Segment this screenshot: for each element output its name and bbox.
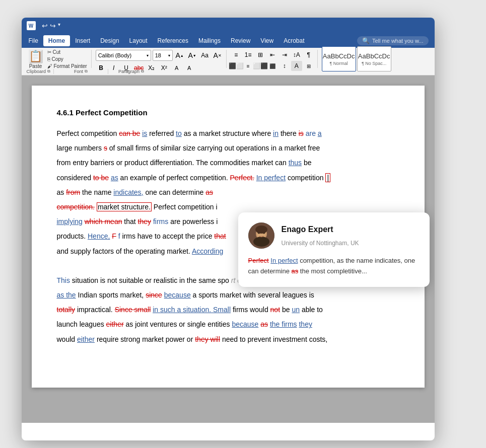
dropdown-arrow-icon: ▾ (147, 53, 149, 58)
redo-button[interactable]: ↪ (50, 22, 56, 30)
font-case-button[interactable]: Aa (199, 50, 211, 60)
multilevel-list-button[interactable]: ⊞ (255, 50, 266, 60)
paragraph-14: would either require strong market power… (57, 333, 399, 346)
menu-review[interactable]: Review (226, 35, 255, 46)
menu-design[interactable]: Design (95, 35, 124, 46)
expert-strikethrough-as: as (292, 267, 299, 275)
text-highlight-button[interactable]: A (171, 63, 182, 73)
style-nospace-preview: AaBbCcDc (358, 52, 390, 60)
title-bar: W ↩ ↪ ▾ (22, 18, 435, 34)
sort-button[interactable]: ↕A (291, 50, 302, 60)
format-painter-icon: 🖌 (47, 63, 52, 69)
copy-icon: ⎘ (47, 56, 50, 62)
svg-point-6 (255, 226, 267, 234)
clipboard-label: Clipboard (27, 69, 46, 74)
paragraph-label-group: Paragraph ⧉ (108, 69, 159, 74)
document-heading: 4.6.1 Perfect Competition (57, 106, 399, 119)
font-name-selector[interactable]: Calibri (Body) ▾ (96, 50, 151, 61)
ribbon: 📋 Paste ✂ Cut ⎘ Copy 🖌 Format Painter (22, 48, 435, 76)
clipboard-group: 📋 Paste ✂ Cut ⎘ Copy 🖌 Format Painter (24, 50, 92, 68)
clipboard-sub-buttons: ✂ Cut ⎘ Copy 🖌 Format Painter (46, 49, 88, 69)
font-size-selector[interactable]: 18 ▾ (153, 50, 173, 61)
undo-redo-group: ↩ ↪ ▾ (42, 22, 60, 30)
numbering-button[interactable]: 1≡ (243, 50, 254, 60)
customize-button[interactable]: ▾ (58, 22, 60, 30)
expert-panel: Enago Expert University of Nottingham, U… (238, 212, 430, 287)
menu-view[interactable]: View (255, 35, 279, 46)
tell-me-box[interactable]: 🔍 Tell me what you w... (357, 36, 429, 45)
undo-button[interactable]: ↩ (42, 22, 48, 30)
paragraph-expand-icon[interactable]: ⧉ (141, 69, 144, 74)
style-normal[interactable]: AaBbCcDc ¶ Normal (322, 46, 356, 71)
font-expand-icon[interactable]: ⧉ (85, 69, 88, 74)
increase-indent-button[interactable]: ⇥ (279, 50, 290, 60)
paste-label: Paste (29, 63, 42, 69)
word-icon: W (27, 21, 36, 30)
style-nospace-label: ¶ No Spac... (362, 61, 386, 66)
expert-text: Perfect In perfect competition, as the n… (248, 256, 420, 277)
paste-button[interactable]: 📋 Paste (27, 48, 45, 70)
paragraph-1: Perfect competition can be is referred t… (57, 127, 399, 140)
paragraph-group: ≡ 1≡ ⊞ ⇤ ⇥ ↕A ¶ ⬛⬜ ≡ ⬜⬛ ⬛ ↕ A ⊞ (228, 50, 318, 68)
paragraph-13: launch leagues either as joint ventures … (57, 318, 399, 331)
paragraph-label: Paragraph (118, 69, 140, 74)
grow-font-button[interactable]: A▲ (174, 50, 185, 60)
style-normal-preview: AaBbCcDc (323, 52, 355, 60)
document-area: 4.6.1 Perfect Competition Perfect compet… (22, 76, 435, 423)
decrease-indent-button[interactable]: ⇤ (267, 50, 278, 60)
style-no-spacing[interactable]: AaBbCcDc ¶ No Spac... (357, 46, 391, 71)
clipboard-expand-icon[interactable]: ⧉ (47, 69, 50, 74)
scissors-icon: ✂ (47, 49, 51, 55)
expert-strikethrough-word: Perfect (248, 257, 269, 264)
superscript-button[interactable]: X² (159, 63, 170, 73)
svg-point-3 (253, 237, 269, 247)
font-label: Font (74, 69, 83, 74)
clear-format-button[interactable]: A✕ (212, 50, 223, 60)
styles-group: AaBbCcDc ¶ Normal AaBbCcDc ¶ No Spac... (319, 50, 394, 68)
shrink-font-button[interactable]: A▼ (187, 50, 198, 60)
paragraph-12: totally impractical. Since small in such… (57, 304, 399, 316)
expert-inserted-word: In perfect (270, 257, 298, 264)
document-page: 4.6.1 Perfect Competition Perfect compet… (32, 86, 425, 388)
align-right-button[interactable]: ⬜⬛ (255, 61, 266, 71)
justify-button[interactable]: ⬛ (267, 61, 278, 71)
ribbon-row1: 📋 Paste ✂ Cut ⎘ Copy 🖌 Format Painter (22, 50, 435, 68)
tell-me-text: Tell me what you w... (372, 38, 424, 44)
expert-avatar (248, 222, 274, 249)
paragraph-6: competition. market structure. Perfect c… (57, 201, 399, 213)
menu-insert[interactable]: Insert (70, 35, 95, 46)
align-center-button[interactable]: ≡ (243, 61, 254, 71)
menu-layout[interactable]: Layout (124, 35, 153, 46)
word-window: W ↩ ↪ ▾ File Home Insert Design Layout R… (22, 18, 435, 440)
menu-home[interactable]: Home (43, 35, 70, 46)
paragraph-11: as the Indian sports market, since becau… (57, 289, 399, 302)
paragraph-3: from entry barriers or product different… (57, 157, 399, 169)
size-arrow-icon: ▾ (168, 53, 170, 58)
menu-bar: File Home Insert Design Layout Reference… (22, 34, 435, 48)
expert-header: Enago Expert University of Nottingham, U… (248, 222, 420, 249)
menu-mailings[interactable]: Mailings (193, 35, 226, 46)
menu-file[interactable]: File (24, 35, 43, 46)
expert-name: Enago Expert (282, 222, 359, 237)
line-spacing-button[interactable]: ↕ (279, 61, 290, 71)
avatar-image (248, 222, 274, 249)
cut-button[interactable]: ✂ Cut (46, 49, 88, 55)
menu-acrobat[interactable]: Acrobat (279, 35, 309, 46)
paragraph-2: large numbers s of small firms of simila… (57, 142, 399, 155)
font-group: Calibri (Body) ▾ 18 ▾ A▲ A▼ Aa A✕ B I U (93, 50, 227, 68)
expert-info: Enago Expert University of Nottingham, U… (282, 222, 359, 249)
style-normal-label: ¶ Normal (329, 61, 348, 66)
font-label-group: Font ⧉ (54, 69, 108, 74)
bullets-button[interactable]: ≡ (231, 50, 242, 60)
shading-button[interactable]: A (291, 61, 302, 71)
text-color-button[interactable]: A (184, 63, 195, 73)
align-left-button[interactable]: ⬛⬜ (231, 61, 242, 71)
borders-button[interactable]: ⊞ (303, 61, 314, 71)
paragraph-4: considered to be as an example of perfec… (57, 172, 399, 184)
format-painter-button[interactable]: 🖌 Format Painter (46, 63, 88, 69)
show-formatting-button[interactable]: ¶ (303, 50, 314, 60)
menu-references[interactable]: References (153, 35, 193, 46)
clipboard-label-group: Clipboard ⧉ (24, 69, 54, 74)
paste-icon: 📋 (29, 49, 43, 63)
copy-button[interactable]: ⎘ Copy (46, 56, 88, 62)
